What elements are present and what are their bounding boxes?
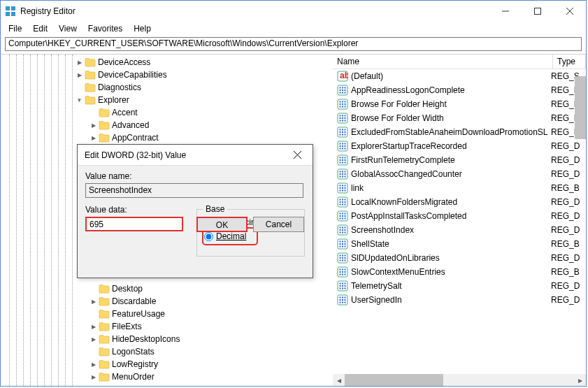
reg-binary-icon [337,155,348,166]
tree-item[interactable]: ▶FeatureUsage [1,308,329,320]
reg-binary-icon [337,99,348,110]
tree-item[interactable]: ▶Discardable [1,295,329,308]
tree-item[interactable]: ▶LowRegistry [1,358,329,371]
menu-view[interactable]: View [54,22,82,35]
column-header-type[interactable]: Type [553,55,586,69]
dialog-close-button[interactable] [285,145,310,165]
value-row[interactable]: ShellStateREG_B [333,237,586,251]
radio-dec-input[interactable] [204,232,213,241]
value-row[interactable]: LocalKnownFoldersMigratedREG_D [333,195,586,209]
scroll-right-button[interactable]: ▸ [574,374,586,386]
tree-item[interactable]: ▶HideDesktopIcons [1,333,329,345]
folder-icon [99,309,110,319]
reg-binary-icon [337,238,348,250]
maximize-button[interactable] [522,1,554,22]
tree-item-label: HideDesktopIcons [112,334,180,344]
ok-button[interactable]: OK [196,217,248,232]
tree-item-label: Advanced [112,120,149,130]
tree-item[interactable]: ▶Advanced [1,119,329,131]
reg-binary-icon [337,224,348,236]
tree-item-label: AppContract [112,133,159,143]
tree-item-label: MenuOrder [112,372,155,382]
expand-icon[interactable]: ▶ [88,324,99,330]
value-row[interactable]: FirstRunTelemetryCompleteREG_D [333,153,586,167]
value-name: TelemetrySalt [351,281,551,291]
value-row[interactable]: linkREG_B [333,181,586,195]
address-bar[interactable]: Computer\HKEY_CURRENT_USER\SOFTWARE\Micr… [5,37,582,51]
value-data-field[interactable]: 695 [85,217,183,231]
tree-item[interactable]: ▼Explorer [1,94,329,106]
scroll-left-button[interactable]: ◂ [333,374,345,386]
menu-file[interactable]: File [3,22,27,35]
reg-binary-icon [337,294,348,306]
value-row[interactable]: SlDUpdatedOnLibrariesREG_D [333,251,586,265]
menu-edit[interactable]: Edit [28,22,52,35]
value-row[interactable]: ExplorerStartupTraceRecordedREG_D [333,139,586,153]
scroll-up-button[interactable] [575,69,586,76]
value-row[interactable]: AppReadinessLogonCompleteREG_D [333,83,586,97]
tree-item[interactable]: ▶DeviceAccess [1,56,329,69]
tree-item[interactable]: ▶AppContract [1,131,329,144]
dialog-titlebar[interactable]: Edit DWORD (32-bit) Value [78,145,313,166]
value-row[interactable]: (Default)REG_S [333,69,586,83]
folder-icon [99,322,110,331]
expand-icon[interactable]: ▶ [88,374,99,380]
value-name: Browse For Folder Height [351,99,551,109]
window-title: Registry Editor [20,6,489,16]
value-type: REG_D [551,295,582,305]
value-row[interactable]: ExcludedFromStableAnaheimDownloadPromoti… [333,125,586,139]
close-button[interactable] [554,1,586,22]
menu-help[interactable]: Help [129,22,156,35]
value-row[interactable]: PostAppInstallTasksCompletedREG_D [333,209,586,223]
tree-item[interactable]: ▶LogonStats [1,345,329,358]
value-row[interactable]: SlowContextMenuEntriesREG_B [333,265,586,279]
expand-icon[interactable]: ▶ [88,299,99,305]
tree-item[interactable]: ▶Diagnostics [1,81,329,94]
value-row[interactable]: TelemetrySaltREG_D [333,279,586,293]
collapse-icon[interactable]: ▼ [74,97,85,103]
value-type: REG_D [551,225,582,235]
tree-item[interactable]: ▶DeviceCapabilities [1,69,329,81]
menu-favorites[interactable]: Favorites [83,22,127,35]
expand-icon[interactable]: ▶ [74,59,85,66]
list-body[interactable]: (Default)REG_SAppReadinessLogonCompleteR… [333,69,586,374]
value-name: UserSignedIn [351,295,551,305]
reg-binary-icon [337,141,348,152]
expand-icon[interactable]: ▶ [74,72,85,78]
scroll-thumb-horizontal[interactable] [345,374,443,386]
value-row[interactable]: Browse For Folder WidthREG_D [333,111,586,125]
titlebar[interactable]: Registry Editor [1,1,586,22]
scroll-thumb-vertical[interactable] [575,76,586,139]
tree-item-label: DeviceCapabilities [98,70,167,80]
expand-icon[interactable]: ▶ [88,361,99,368]
value-name-field[interactable]: ScreenshotIndex [85,183,303,198]
value-row[interactable]: UserSignedInREG_D [333,293,586,307]
expand-icon[interactable]: ▶ [88,122,99,129]
minimize-button[interactable] [489,1,522,22]
value-name-label: Value name: [85,171,304,181]
reg-binary-icon [337,85,348,96]
tree-item[interactable]: ▶Accent [1,106,329,119]
value-type: REG_B [551,239,582,249]
tree-item[interactable]: ▶FileExts [1,320,329,333]
value-row[interactable]: GlobalAssocChangedCounterREG_D [333,167,586,181]
tree-item-label: Diagnostics [98,82,141,92]
folder-icon [99,284,110,294]
column-header-name[interactable]: Name [333,55,553,69]
tree-item-label: Explorer [98,95,129,105]
list-pane: Name Type (Default)REG_SAppReadinessLogo… [333,54,586,386]
value-name: SlDUpdatedOnLibraries [351,253,551,263]
cancel-button[interactable]: Cancel [253,217,304,232]
value-type: REG_B [551,183,582,193]
tree-item[interactable]: ▶MenuOrder [1,371,329,383]
value-name: AppReadinessLogonComplete [351,85,551,95]
radio-dec-label: Decimal [216,231,246,241]
tree-item[interactable]: ▶Desktop [1,282,329,295]
value-type: REG_D [551,281,582,291]
horizontal-scrollbar[interactable]: ◂ ▸ [333,374,586,386]
value-row[interactable]: ScreenshotIndexREG_D [333,223,586,237]
expand-icon[interactable]: ▶ [88,336,99,343]
expand-icon[interactable]: ▶ [88,135,99,141]
tree-item-label: Discardable [112,296,156,306]
value-row[interactable]: Browse For Folder HeightREG_D [333,97,586,111]
